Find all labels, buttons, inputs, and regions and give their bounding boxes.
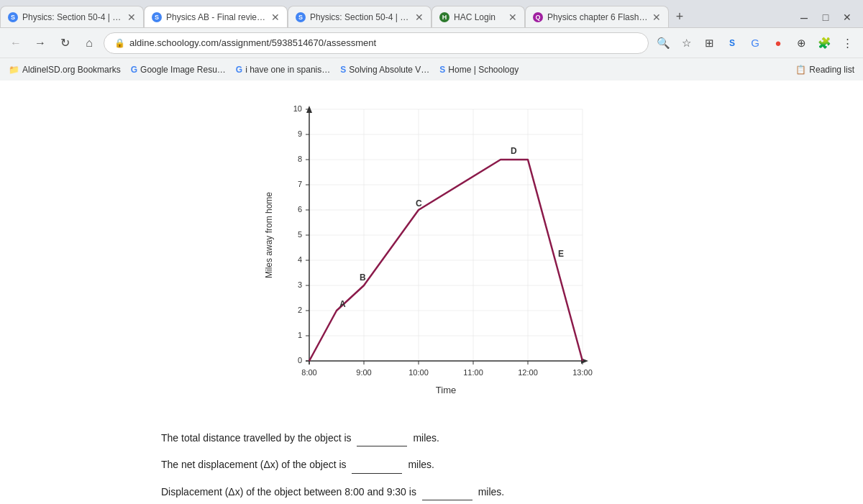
svg-text:4: 4 <box>298 255 302 264</box>
chart-container: 0 1 2 3 4 5 6 7 8 9 10 <box>158 95 705 418</box>
question-1: The total distance travelled by the obje… <box>161 430 705 446</box>
menu-icon[interactable]: ⋮ <box>837 33 857 53</box>
tab-hac-login[interactable]: H HAC Login ✕ <box>432 6 525 27</box>
back-button[interactable]: ← <box>6 33 26 53</box>
tab-favicon-4: H <box>439 12 449 22</box>
minimize-button[interactable]: – <box>794 7 814 27</box>
question-3-text-before: Displacement (Δx) of the object between … <box>161 486 416 498</box>
question-3-text-after: miles. <box>478 486 505 498</box>
chrome-icon[interactable]: G <box>745 33 765 53</box>
svg-text:8:00: 8:00 <box>301 368 316 377</box>
question-1-text-after: miles. <box>413 432 439 444</box>
extensions-icon[interactable]: 🧩 <box>814 33 834 53</box>
tab-close-1[interactable]: ✕ <box>127 12 136 23</box>
tab-label-5: Physics chapter 6 Flashca… <box>547 12 648 22</box>
content-area: 0 1 2 3 4 5 6 7 8 9 10 <box>158 95 705 504</box>
question-3-blank <box>422 484 472 500</box>
bookmark-home-schoology[interactable]: S Home | Schoology <box>439 65 519 75</box>
tab-favicon-2: S <box>152 12 162 22</box>
svg-text:A: A <box>339 299 346 309</box>
extension-puzzle-icon[interactable]: ⊞ <box>699 33 719 53</box>
svg-text:10: 10 <box>293 104 302 113</box>
maximize-button[interactable]: □ <box>816 7 836 27</box>
svg-text:E: E <box>558 249 564 259</box>
svg-text:9: 9 <box>298 129 302 138</box>
svg-text:8: 8 <box>298 155 302 163</box>
google-icon-2: G <box>236 65 242 75</box>
bookmarks-bar: 📁 AldinelSD.org Bookmarks G Google Image… <box>0 58 863 81</box>
bookmark-label-5: Home | Schoology <box>448 65 519 75</box>
question-2: The net displacement (Δx) of the object … <box>161 457 705 473</box>
svg-text:0: 0 <box>298 356 302 365</box>
reading-list-button[interactable]: 📋 Reading list <box>795 65 854 75</box>
svg-text:6: 6 <box>298 205 302 214</box>
schoology-icon-bm2: S <box>439 65 445 75</box>
bookmark-label-1: AldinelSD.org Bookmarks <box>22 65 121 75</box>
forward-button[interactable]: → <box>30 33 50 53</box>
questions-section: The total distance travelled by the obje… <box>158 430 705 504</box>
cast-icon[interactable]: ⊕ <box>791 33 811 53</box>
tab-physics-flashcards[interactable]: Q Physics chapter 6 Flashca… ✕ <box>525 6 669 27</box>
search-icon[interactable]: 🔍 <box>653 33 673 53</box>
address-bar[interactable]: 🔒 aldine.schoology.com/assignment/593851… <box>104 32 649 54</box>
tab-physics-section-1[interactable]: S Physics: Section 50-4 | Sc… ✕ <box>0 6 144 27</box>
svg-text:11:00: 11:00 <box>463 368 483 377</box>
tab-label-2: Physics AB - Final review a… <box>166 12 267 22</box>
tab-close-3[interactable]: ✕ <box>415 12 424 23</box>
svg-text:D: D <box>511 146 517 156</box>
bookmark-solving-absolute[interactable]: S Solving Absolute V… <box>340 65 429 75</box>
google-icon-1: G <box>131 65 137 75</box>
home-button[interactable]: ⌂ <box>79 33 99 53</box>
svg-text:B: B <box>360 272 366 283</box>
tab-physics-ab[interactable]: S Physics AB - Final review a… ✕ <box>144 6 288 27</box>
question-3: Displacement (Δx) of the object between … <box>161 484 705 500</box>
reload-button[interactable]: ↻ <box>55 33 75 53</box>
reading-list-label: Reading list <box>809 65 854 75</box>
svg-text:Time: Time <box>436 385 456 395</box>
bookmark-spanish[interactable]: G i have one in spanis… <box>236 65 330 75</box>
bookmark-google-image[interactable]: G Google Image Resu… <box>131 65 226 75</box>
lock-icon: 🔒 <box>114 38 125 48</box>
profile-icon[interactable]: ● <box>768 33 788 53</box>
svg-text:1: 1 <box>298 331 302 339</box>
bookmark-label-2: Google Image Resu… <box>140 65 226 75</box>
bookmark-label-4: Solving Absolute V… <box>349 65 429 75</box>
question-1-text-before: The total distance travelled by the obje… <box>161 432 352 444</box>
position-time-chart: 0 1 2 3 4 5 6 7 8 9 10 <box>259 95 604 418</box>
svg-text:13:00: 13:00 <box>572 368 593 377</box>
navigation-bar: ← → ↻ ⌂ 🔒 aldine.schoology.com/assignmen… <box>0 27 863 58</box>
svg-text:3: 3 <box>298 280 302 289</box>
page-content: 0 1 2 3 4 5 6 7 8 9 10 <box>0 81 863 504</box>
reading-list-icon: 📋 <box>795 65 806 75</box>
url-text: aldine.schoology.com/assignment/59385146… <box>129 37 638 48</box>
tab-physics-section-2[interactable]: S Physics: Section 50-4 | Sc… ✕ <box>288 6 432 27</box>
bookmark-star-icon[interactable]: ☆ <box>676 33 696 53</box>
tab-label-1: Physics: Section 50-4 | Sc… <box>22 12 123 22</box>
close-window-button[interactable]: ✕ <box>837 7 857 27</box>
svg-text:9:00: 9:00 <box>356 368 371 377</box>
schoology-icon-bm: S <box>340 65 346 75</box>
question-2-blank <box>352 457 402 473</box>
bookmark-folder-icon: 📁 <box>9 65 19 75</box>
tab-label-3: Physics: Section 50-4 | Sc… <box>310 12 411 22</box>
bookmark-label-3: i have one in spanis… <box>245 65 330 75</box>
question-1-blank <box>357 430 407 446</box>
tab-favicon-3: S <box>296 12 306 22</box>
new-tab-button[interactable]: + <box>669 6 690 27</box>
tab-close-4[interactable]: ✕ <box>508 12 517 23</box>
svg-text:7: 7 <box>298 180 302 188</box>
svg-text:12:00: 12:00 <box>518 368 538 377</box>
tab-close-2[interactable]: ✕ <box>271 12 280 23</box>
tab-favicon-1: S <box>8 12 18 22</box>
tab-close-5[interactable]: ✕ <box>652 12 661 23</box>
svg-text:5: 5 <box>298 230 302 239</box>
tab-bar: S Physics: Section 50-4 | Sc… ✕ S Physic… <box>0 0 863 27</box>
svg-text:Miles away from home: Miles away from home <box>264 192 274 278</box>
bookmark-aldineisd[interactable]: 📁 AldinelSD.org Bookmarks <box>9 65 121 75</box>
tab-favicon-5: Q <box>533 12 543 22</box>
svg-text:2: 2 <box>298 306 302 314</box>
tab-label-4: HAC Login <box>454 12 504 22</box>
schoology-extension-icon[interactable]: S <box>722 33 742 53</box>
question-2-text-after: miles. <box>408 459 434 470</box>
svg-text:C: C <box>416 198 422 209</box>
